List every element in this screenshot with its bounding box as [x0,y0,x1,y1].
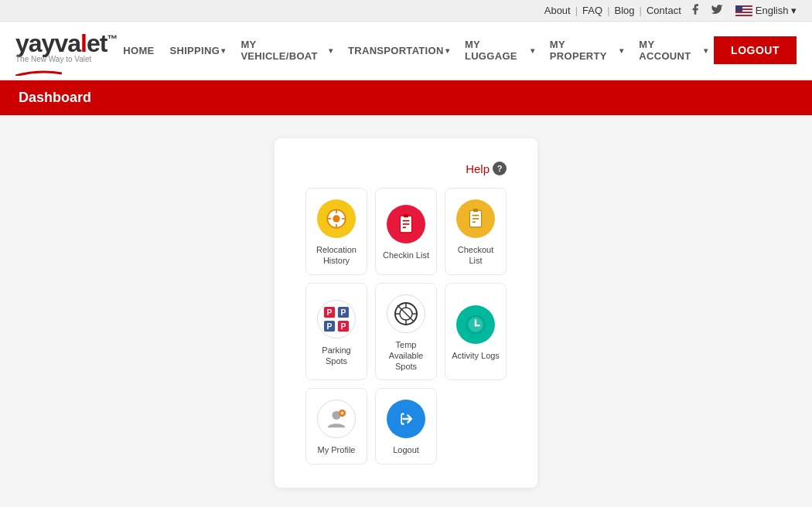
logout-label: Logout [393,444,419,455]
profile-label: My Profile [318,444,356,455]
dashboard-card: Help ? RelocationHistory [275,138,537,488]
dashboard-title: Dashboard [19,90,91,105]
svg-text:P: P [327,308,333,317]
svg-rect-3 [735,13,752,15]
dashboard-grid: RelocationHistory Checkin List [305,188,507,464]
logout-icon [387,400,425,438]
nav-shipping[interactable]: SHIPPING [164,40,232,61]
checkin-label: Checkin List [383,250,429,260]
faq-link[interactable]: FAQ [582,5,602,16]
activity-icon [456,305,495,344]
nav-home[interactable]: HOME [117,40,160,61]
nav-vehicle[interactable]: MY VEHICLE/BOAT [234,34,339,66]
main-nav: HOME SHIPPING MY VEHICLE/BOAT TRANSPORTA… [117,34,714,66]
help-row: Help ? [305,162,507,175]
grid-item-checkin[interactable]: Checkin List [375,188,437,275]
svg-text:P: P [341,322,346,331]
sep1: | [575,5,578,16]
grid-item-temp[interactable]: Temp AvailableSpots [375,283,437,381]
svg-rect-20 [473,209,479,212]
relocation-label: RelocationHistory [316,244,357,267]
facebook-icon[interactable] [689,3,701,18]
grid-item-relocation[interactable]: RelocationHistory [305,188,367,275]
checkout-label: Checkout List [452,244,500,267]
svg-point-6 [333,215,339,222]
help-label: Help [466,162,490,175]
help-icon[interactable]: ? [493,162,507,175]
logo: yayvalet™ The New Way to Valet [15,29,117,71]
flag-icon [735,5,752,16]
nav-luggage[interactable]: MY LUGGAGE [459,34,541,66]
temp-icon [387,294,425,333]
nav-property[interactable]: MY PROPERTY [544,34,629,66]
profile-icon [317,400,356,438]
contact-link[interactable]: Contact [647,5,681,16]
top-bar: About | FAQ | Blog | Contact English ▾ [0,0,812,22]
about-link[interactable]: About [544,5,571,16]
svg-rect-4 [735,5,742,12]
grid-item-checkout[interactable]: Checkout List [445,188,507,275]
logo-sub: The New Way to Valet [15,55,117,63]
relocation-icon [317,199,356,238]
grid-item-parking[interactable]: P P P P Parking Spots [305,283,367,381]
sep2: | [607,5,609,16]
dashboard-bar: Dashboard [0,80,812,115]
grid-item-profile[interactable]: My Profile [305,388,367,464]
checkout-icon [456,199,495,238]
parking-label: Parking Spots [312,345,360,367]
svg-rect-15 [404,214,409,217]
temp-label: Temp AvailableSpots [382,339,430,373]
parking-icon: P P P P [317,300,356,339]
sep3: | [640,5,642,16]
language-selector[interactable]: English ▾ [735,5,797,16]
header: yayvalet™ The New Way to Valet HOME SHIP… [0,22,812,80]
lang-label[interactable]: English ▾ [756,5,797,16]
nav-account[interactable]: MY ACCOUNT [633,34,714,66]
blog-link[interactable]: Blog [615,5,635,16]
activity-label: Activity Logs [452,350,500,361]
logout-header-button[interactable]: LOGOUT [714,36,797,64]
svg-text:P: P [341,308,346,317]
logo-text: yayvalet™ [15,29,117,58]
grid-item-activity[interactable]: Activity Logs [445,283,507,381]
svg-text:P: P [327,322,333,331]
twitter-icon[interactable] [711,3,723,18]
nav-transportation[interactable]: TRANSPORTATION [342,40,455,61]
grid-item-logout[interactable]: Logout [375,388,437,464]
main-content: Help ? RelocationHistory [0,115,812,507]
checkin-icon [387,205,425,243]
